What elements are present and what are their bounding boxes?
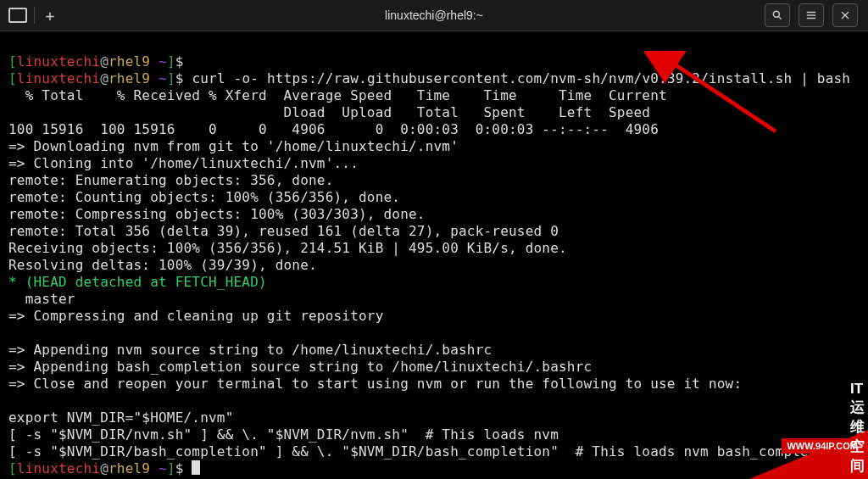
git-branch-line: master — [8, 291, 75, 307]
curl-header-2: Dload Upload Total Spent Left Speed — [8, 104, 650, 120]
hamburger-icon — [805, 9, 817, 21]
titlebar: + linuxtechi@rhel9:~ — [0, 0, 868, 31]
output-line: remote: Counting objects: 100% (356/356)… — [8, 189, 400, 205]
prompt-line-1: [linuxtechi@rhel9 ~]$ — [8, 53, 184, 70]
prompt-line-2: [linuxtechi@rhel9 ~]$ — [8, 70, 184, 86]
titlebar-right — [765, 3, 868, 27]
new-tab-button[interactable]: + — [34, 7, 58, 24]
output-line: [ -s "$NVM_DIR/nvm.sh" ] && \. "$NVM_DIR… — [8, 426, 559, 443]
close-icon — [840, 10, 850, 20]
output-line: remote: Compressing objects: 100% (303/3… — [8, 206, 426, 222]
output-line: => Compressing and cleaning up git repos… — [8, 308, 383, 324]
output-line: => Downloading nvm from git to '/home/li… — [8, 138, 459, 154]
watermark-text: IT运维空间 — [850, 381, 865, 476]
output-line: => Appending bash_completion source stri… — [8, 359, 592, 375]
output-line: => Close and reopen your terminal to sta… — [8, 376, 742, 392]
output-line: remote: Total 356 (delta 39), reused 161… — [8, 223, 559, 239]
terminal-output[interactable]: [linuxtechi@rhel9 ~]$ [linuxtechi@rhel9 … — [0, 31, 868, 477]
output-line: remote: Enumerating objects: 356, done. — [8, 172, 333, 188]
cursor — [192, 460, 200, 475]
search-button[interactable] — [765, 3, 790, 27]
svg-point-0 — [773, 11, 779, 17]
git-head-line: * (HEAD detached at FETCH_HEAD) — [8, 274, 267, 290]
command-text: curl -o- https://raw.githubusercontent.c… — [192, 70, 850, 86]
svg-line-1 — [778, 16, 781, 19]
curl-progress: 100 15916 100 15916 0 0 4906 0 0:00:03 0… — [8, 121, 659, 137]
output-line: export NVM_DIR="$HOME/.nvm" — [8, 409, 234, 426]
output-line: => Appending nvm source string to /home/… — [8, 342, 492, 358]
titlebar-left: + — [0, 7, 58, 24]
window-title: linuxtechi@rhel9:~ — [385, 8, 483, 22]
terminal-app-icon[interactable] — [8, 8, 27, 23]
close-button[interactable] — [832, 3, 858, 27]
prompt-line-3: [linuxtechi@rhel9 ~]$ — [8, 460, 184, 476]
output-line: [ -s "$NVM_DIR/bash_completion" ] && \. … — [8, 443, 842, 460]
search-icon — [771, 9, 783, 21]
output-line: Resolving deltas: 100% (39/39), done. — [8, 257, 317, 273]
menu-button[interactable] — [798, 3, 824, 27]
curl-header-1: % Total % Received % Xferd Average Speed… — [8, 87, 667, 103]
output-line: Receiving objects: 100% (356/356), 214.5… — [8, 240, 567, 256]
output-line: => Cloning into '/home/linuxtechi/.nvm'.… — [8, 155, 359, 171]
